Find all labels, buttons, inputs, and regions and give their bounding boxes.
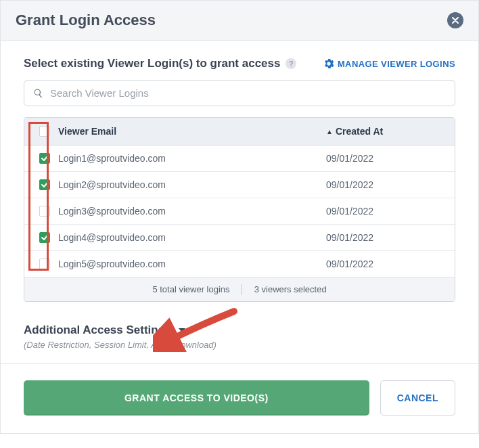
table-row: Login4@sproutvideo.com09/01/2022	[24, 225, 455, 251]
search-input[interactable]	[50, 87, 445, 99]
grant-access-button[interactable]: GRANT ACCESS TO VIDEO(S)	[24, 380, 369, 416]
table-row: Login3@sproutvideo.com09/01/2022	[24, 198, 455, 225]
grant-login-access-modal: Grant Login Access Select existing Viewe…	[0, 0, 479, 434]
row-created-at: 09/01/2022	[326, 153, 434, 164]
row-email: Login4@sproutvideo.com	[58, 232, 326, 243]
viewer-logins-table: Viewer Email ▲ Created At Login1@sproutv…	[24, 117, 455, 302]
accordion-title-text: Additional Access Settings	[24, 323, 172, 337]
row-checkbox[interactable]	[39, 206, 50, 217]
modal-title: Grant Login Access	[16, 12, 156, 29]
accordion-subtitle: (Date Restriction, Session Limit, Allow …	[24, 340, 455, 350]
manage-link-text: MANAGE VIEWER LOGINS	[338, 59, 455, 69]
table-footer: 5 total viewer logins │ 3 viewers select…	[24, 277, 455, 301]
close-icon	[452, 17, 459, 24]
chevron-down-icon	[177, 326, 187, 335]
search-box[interactable]	[24, 80, 455, 106]
column-header-email[interactable]: Viewer Email	[58, 126, 326, 137]
help-icon[interactable]: ?	[286, 58, 296, 69]
section-label-text: Select existing Viewer Login(s) to grant…	[24, 57, 280, 70]
row-email: Login5@sproutvideo.com	[58, 259, 326, 269]
manage-viewer-logins-link[interactable]: MANAGE VIEWER LOGINS	[324, 59, 455, 69]
row-checkbox[interactable]	[39, 179, 50, 190]
footer-separator: │	[240, 284, 245, 294]
table-body: Login1@sproutvideo.com09/01/2022Login2@s…	[24, 145, 455, 277]
table-row: Login5@sproutvideo.com09/01/2022	[24, 251, 455, 277]
table-row: Login1@sproutvideo.com09/01/2022	[24, 145, 455, 172]
accordion-toggle[interactable]: Additional Access Settings	[24, 323, 455, 337]
row-email: Login3@sproutvideo.com	[58, 206, 326, 217]
row-checkbox[interactable]	[39, 153, 50, 164]
table-row: Login2@sproutvideo.com09/01/2022	[24, 172, 455, 198]
gear-icon	[324, 59, 334, 68]
sort-asc-icon: ▲	[326, 128, 333, 135]
row-created-at: 09/01/2022	[326, 232, 434, 243]
select-all-checkbox[interactable]	[39, 126, 50, 137]
row-email: Login1@sproutvideo.com	[58, 153, 326, 164]
section-label: Select existing Viewer Login(s) to grant…	[24, 57, 296, 70]
footer-total: 5 total viewer logins	[152, 284, 229, 294]
modal-body: Select existing Viewer Login(s) to grant…	[1, 41, 478, 363]
search-icon	[34, 89, 43, 98]
close-button[interactable]	[447, 12, 463, 28]
footer-selected: 3 viewers selected	[254, 284, 327, 294]
row-created-at: 09/01/2022	[326, 179, 434, 190]
cancel-button[interactable]: CANCEL	[380, 380, 455, 416]
table-header-row: Viewer Email ▲ Created At	[24, 118, 455, 145]
modal-footer: GRANT ACCESS TO VIDEO(S) CANCEL	[1, 363, 478, 433]
section-header-row: Select existing Viewer Login(s) to grant…	[24, 57, 455, 70]
row-created-at: 09/01/2022	[326, 259, 434, 269]
row-checkbox[interactable]	[39, 259, 50, 269]
column-header-created-text: Created At	[336, 126, 383, 137]
row-email: Login2@sproutvideo.com	[58, 179, 326, 190]
row-checkbox[interactable]	[39, 232, 50, 243]
additional-access-settings: Additional Access Settings (Date Restric…	[24, 323, 455, 350]
modal-header: Grant Login Access	[1, 1, 478, 41]
row-created-at: 09/01/2022	[326, 206, 434, 217]
column-header-created[interactable]: ▲ Created At	[326, 126, 434, 137]
